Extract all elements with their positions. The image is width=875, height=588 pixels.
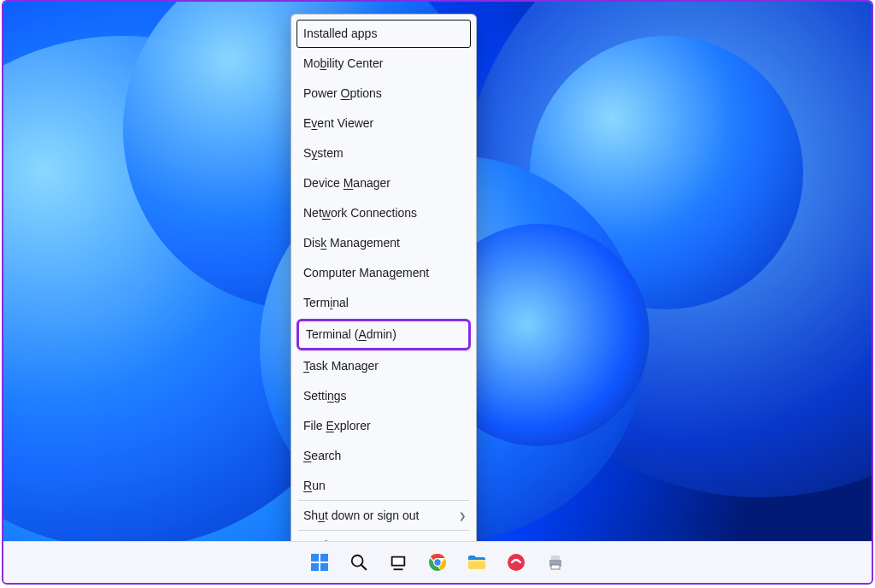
menu-item-label: File	[303, 419, 326, 432]
svg-rect-9	[393, 558, 404, 565]
svg-rect-16	[551, 556, 560, 560]
winx-item-mobility-center[interactable]: Mobility Center	[291, 49, 476, 79]
winx-item-shut-down-or-sign-out[interactable]: Shut down or sign out❯	[291, 501, 476, 531]
menu-item-label: stem	[317, 146, 343, 160]
menu-item-label: ent Viewer	[317, 116, 373, 130]
media-app-button[interactable]	[501, 547, 531, 578]
start-button[interactable]	[304, 547, 335, 578]
menu-item-label: Installed apps	[303, 26, 377, 40]
chrome-button[interactable]	[422, 547, 453, 578]
menu-item-label: dmin)	[367, 327, 396, 341]
menu-item-label: Net	[303, 206, 322, 220]
folder-icon	[467, 552, 487, 573]
mnemonic: M	[344, 176, 354, 190]
mnemonic: T	[303, 359, 309, 373]
winx-item-network-connections[interactable]: Network Connections	[291, 198, 476, 228]
menu-item-label: xplorer	[334, 419, 371, 432]
menu-item-label: ility Center	[326, 56, 383, 70]
menu-item-label: earch	[311, 449, 341, 462]
menu-item-label: Terminal (	[306, 327, 358, 341]
svg-rect-5	[320, 563, 328, 571]
menu-item-label: Mo	[303, 56, 320, 70]
mnemonic: R	[303, 479, 312, 492]
chevron-right-icon: ❯	[459, 509, 466, 524]
winx-item-run[interactable]: Run	[291, 471, 476, 501]
menu-item-label: Term	[303, 296, 330, 309]
winx-item-system[interactable]: System	[291, 138, 476, 168]
winx-item-disk-management[interactable]: Disk Management	[291, 228, 476, 258]
task-view-icon	[389, 553, 408, 572]
winx-item-terminal[interactable]: Terminal	[291, 288, 476, 318]
menu-item-label: un	[312, 479, 326, 492]
search-button[interactable]	[344, 547, 374, 578]
menu-item-label: ptions	[349, 86, 381, 100]
winx-item-event-viewer[interactable]: Event Viewer	[291, 109, 476, 138]
printer-icon	[545, 552, 566, 573]
search-icon	[349, 553, 368, 572]
menu-item-label: S	[303, 146, 311, 160]
winx-item-power-options[interactable]: Power Options	[291, 79, 476, 109]
menu-item-label: ork Connections	[331, 206, 417, 220]
svg-rect-17	[551, 565, 560, 569]
mnemonic: A	[358, 327, 366, 341]
mnemonic: O	[341, 86, 350, 100]
menu-item-label: anager	[353, 176, 391, 190]
winx-item-settings[interactable]: Settings	[291, 381, 476, 411]
menu-item-label: Dis	[303, 236, 320, 250]
svg-rect-2	[311, 554, 319, 562]
printer-button[interactable]	[540, 547, 571, 578]
menu-item-label: ement	[396, 266, 429, 279]
menu-item-label: gs	[334, 389, 347, 403]
mnemonic: S	[303, 449, 311, 462]
winx-item-computer-management[interactable]: Computer Management	[291, 258, 476, 288]
mnemonic: n	[327, 389, 334, 403]
chrome-icon	[427, 552, 448, 573]
winx-item-terminal-admin[interactable]: Terminal (Admin)	[297, 319, 471, 350]
mnemonic: E	[326, 419, 333, 432]
svg-rect-3	[320, 554, 328, 562]
menu-item-label: Setti	[303, 389, 327, 403]
svg-rect-4	[311, 563, 319, 571]
menu-item-label: ask Manager	[309, 359, 379, 373]
mnemonic: w	[322, 206, 331, 220]
menu-item-label: Power	[303, 86, 341, 100]
menu-item-label: nal	[332, 296, 349, 309]
mnemonic: u	[318, 509, 325, 522]
file-explorer-button[interactable]	[461, 547, 492, 578]
winx-item-installed-apps[interactable]: Installed apps	[297, 20, 471, 48]
winx-item-search[interactable]: Search	[291, 441, 476, 471]
winx-item-device-manager[interactable]: Device Manager	[291, 168, 476, 198]
winx-item-task-manager[interactable]: Task Manager	[291, 351, 476, 381]
menu-item-label: E	[303, 116, 311, 130]
windows-logo-icon	[309, 552, 330, 573]
menu-item-label: Computer Mana	[303, 266, 389, 279]
media-app-icon	[506, 552, 526, 573]
menu-item-label: t down or sign out	[325, 509, 420, 522]
svg-point-14	[508, 554, 525, 571]
taskbar	[3, 541, 872, 583]
winx-item-file-explorer[interactable]: File Explorer	[291, 411, 476, 441]
menu-item-label: Device	[303, 176, 344, 190]
svg-rect-10	[394, 568, 403, 570]
task-view-button[interactable]	[383, 547, 414, 578]
menu-item-label: Sh	[303, 509, 318, 522]
menu-item-label: Management	[326, 236, 400, 250]
svg-line-7	[361, 565, 367, 570]
winx-context-menu: Installed appsMobility CenterPower Optio…	[291, 14, 477, 565]
